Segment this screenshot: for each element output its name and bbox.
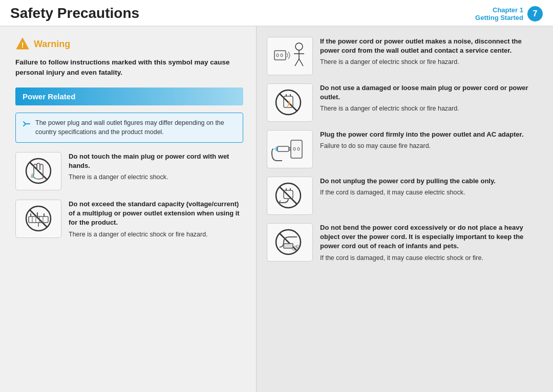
left-panel: ! Warning Failure to follow instructions… [0,27,256,392]
safety-bold-damaged: Do not use a damaged or loose main plug … [320,83,540,102]
safety-text-wet-hands: Do not touch the main plug or power cord… [69,152,243,182]
svg-rect-32 [278,146,289,151]
page-number-badge: 7 [527,6,543,21]
safety-image-overload [15,200,61,238]
note-box: The power plug and wall outlet figures m… [15,113,243,143]
safety-bold-bend: Do not bend the power cord excessively o… [320,223,540,251]
svg-rect-42 [284,244,293,248]
safety-image-wet-hands [15,152,61,190]
safety-image-damaged [267,83,313,122]
svg-line-36 [280,187,297,204]
chapter-text: Chapter 1 Getting Started [475,6,523,21]
safety-text-unplug: Do not unplug the power cord by pulling … [320,177,540,198]
right-panel: If the power cord or power outlet makes … [256,27,553,392]
safety-item-plug-firmly: Plug the power cord firmly into the powe… [267,130,540,168]
svg-rect-21 [274,51,286,60]
page-title: Safety Precautions [10,5,139,21]
note-text: The power plug and wall outlet figures m… [35,118,237,138]
safety-desc-overload: There is a danger of electric shock or f… [69,230,243,239]
safety-desc-noise: There is a danger of electric shock or f… [320,57,540,67]
safety-image-unplug [267,177,313,215]
svg-rect-29 [291,140,302,158]
svg-point-16 [295,43,303,50]
main-content: ! Warning Failure to follow instructions… [0,27,553,392]
safety-text-bend: Do not bend the power cord excessively o… [320,223,540,263]
safety-item-noise: If the power cord or power outlet makes … [267,37,540,75]
svg-text:!: ! [22,41,24,49]
safety-bold-wet-hands: Do not touch the main plug or power cord… [69,152,243,170]
warning-description: Failure to follow instructions marked wi… [15,57,243,78]
safety-desc-wet-hands: There is a danger of electric shock. [69,172,243,182]
note-icon [22,119,31,130]
svg-line-20 [299,59,303,66]
safety-item-unplug: Do not unplug the power cord by pulling … [267,177,540,215]
safety-bold-noise: If the power cord or power outlet makes … [320,37,540,55]
warning-icon: ! [15,37,30,51]
safety-text-damaged: Do not use a damaged or loose main plug … [320,83,540,114]
safety-bold-plug-firmly: Plug the power cord firmly into the powe… [320,130,540,139]
warning-section: ! Warning [15,37,243,51]
safety-item-damaged: Do not use a damaged or loose main plug … [267,83,540,122]
page-header: Safety Precautions Chapter 1 Getting Sta… [0,0,553,27]
safety-item-overload: Do not exceed the standard capacity (vol… [15,200,243,239]
section-header-power: Power Related [15,88,243,105]
chapter-sub: Getting Started [475,14,523,21]
svg-line-19 [295,59,299,66]
safety-item-bend: Do not bend the power cord excessively o… [267,223,540,263]
chapter-label: Chapter 1 [475,6,523,14]
safety-text-overload: Do not exceed the standard capacity (vol… [69,200,243,239]
safety-desc-damaged: There is a danger of electric shock or f… [320,104,540,114]
warning-title: Warning [34,39,70,50]
safety-text-noise: If the power cord or power outlet makes … [320,37,540,67]
safety-bold-overload: Do not exceed the standard capacity (vol… [69,200,243,228]
safety-image-bend [267,223,313,262]
safety-image-noise [267,37,313,75]
svg-rect-7 [29,216,48,223]
safety-desc-unplug: If the cord is damaged, it may cause ele… [320,188,540,198]
safety-desc-plug-firmly: Failure to do so may cause fire hazard. [320,141,540,151]
safety-item-wet-hands: Do not touch the main plug or power cord… [15,152,243,190]
chapter-info: Chapter 1 Getting Started 7 [475,6,543,21]
safety-desc-bend: If the cord is damaged, it may cause ele… [320,253,540,263]
safety-image-plug-firmly [267,130,313,168]
safety-text-plug-firmly: Plug the power cord firmly into the powe… [320,130,540,151]
safety-bold-unplug: Do not unplug the power cord by pulling … [320,177,540,186]
